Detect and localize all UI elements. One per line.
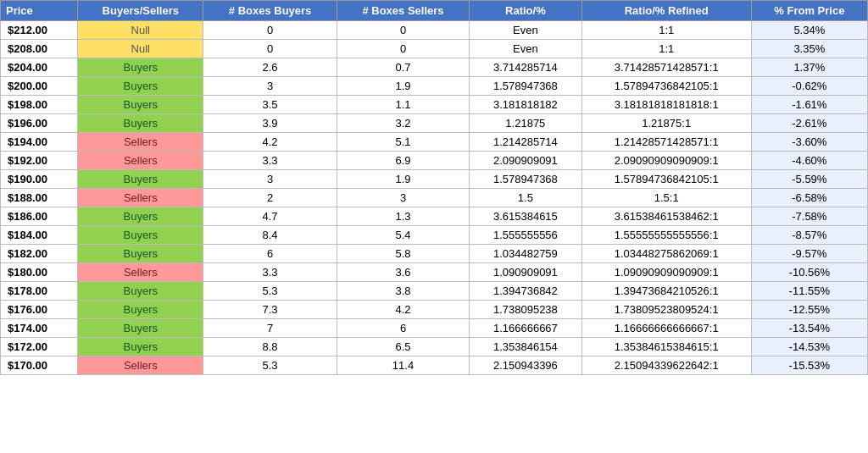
cell-buyers-sellers: Buyers [78,319,203,338]
cell-boxes-sellers: 1.3 [337,207,470,226]
cell-ratio-refined: 3.71428571428571:1 [581,58,751,77]
header-boxes-sellers: # Boxes Sellers [337,1,470,21]
cell-price: $208.00 [1,40,78,58]
table-row: $176.00Buyers7.34.21.7380952381.73809523… [1,301,868,319]
cell-boxes-sellers: 3.8 [337,282,470,301]
cell-ratio: 1.578947368 [469,77,581,96]
cell-price: $190.00 [1,170,78,189]
cell-buyers-sellers: Sellers [78,152,203,170]
cell-buyers-sellers: Buyers [78,301,203,319]
cell-ratio-refined: 1.21428571428571:1 [581,133,751,152]
cell-from-price: -6.58% [751,189,867,207]
table-row: $184.00Buyers8.45.41.5555555561.55555555… [1,226,868,245]
cell-ratio: 3.714285714 [469,58,581,77]
cell-boxes-buyers: 3.9 [203,114,337,133]
cell-from-price: -10.56% [751,263,867,282]
table-row: $174.00Buyers761.1666666671.166666666666… [1,319,868,338]
cell-from-price: -8.57% [751,226,867,245]
cell-from-price: -11.55% [751,282,867,301]
cell-boxes-sellers: 1.9 [337,77,470,96]
cell-price: $182.00 [1,245,78,263]
cell-boxes-buyers: 3 [203,77,337,96]
cell-buyers-sellers: Buyers [78,114,203,133]
cell-ratio-refined: 1:1 [581,21,751,40]
cell-ratio: 1.034482759 [469,245,581,263]
cell-ratio: 1.090909091 [469,263,581,282]
cell-boxes-buyers: 4.2 [203,133,337,152]
cell-price: $212.00 [1,21,78,40]
cell-boxes-buyers: 8.8 [203,338,337,356]
cell-buyers-sellers: Sellers [78,189,203,207]
cell-from-price: -15.53% [751,356,867,375]
cell-price: $194.00 [1,133,78,152]
cell-boxes-sellers: 11.4 [337,356,470,375]
cell-buyers-sellers: Buyers [78,245,203,263]
table-row: $200.00Buyers31.91.5789473681.5789473684… [1,77,868,96]
cell-ratio-refined: 1.57894736842105:1 [581,77,751,96]
table-row: $188.00Sellers231.51.5:1-6.58% [1,189,868,207]
cell-from-price: -4.60% [751,152,867,170]
cell-ratio: 1.21875 [469,114,581,133]
cell-buyers-sellers: Buyers [78,282,203,301]
cell-ratio-refined: 1.35384615384615:1 [581,338,751,356]
cell-ratio: 3.181818182 [469,96,581,114]
cell-boxes-sellers: 5.8 [337,245,470,263]
cell-ratio: Even [469,21,581,40]
cell-ratio-refined: 1.16666666666667:1 [581,319,751,338]
cell-boxes-buyers: 8.4 [203,226,337,245]
table-row: $212.00Null00Even1:15.34% [1,21,868,40]
table-body: $212.00Null00Even1:15.34%$208.00Null00Ev… [1,21,868,375]
cell-from-price: 5.34% [751,21,867,40]
cell-price: $174.00 [1,319,78,338]
cell-price: $192.00 [1,152,78,170]
cell-price: $184.00 [1,226,78,245]
cell-boxes-sellers: 1.1 [337,96,470,114]
cell-boxes-sellers: 1.9 [337,170,470,189]
cell-from-price: -14.53% [751,338,867,356]
cell-boxes-buyers: 3.5 [203,96,337,114]
cell-buyers-sellers: Sellers [78,263,203,282]
cell-ratio: 1.578947368 [469,170,581,189]
cell-boxes-sellers: 6 [337,319,470,338]
table-row: $170.00Sellers5.311.42.1509433962.150943… [1,356,868,375]
cell-boxes-sellers: 5.1 [337,133,470,152]
cell-ratio-refined: 1.57894736842105:1 [581,170,751,189]
cell-boxes-sellers: 6.9 [337,152,470,170]
cell-ratio: 3.615384615 [469,207,581,226]
cell-boxes-buyers: 2 [203,189,337,207]
cell-from-price: -9.57% [751,245,867,263]
table-row: $180.00Sellers3.33.61.0909090911.0909090… [1,263,868,282]
cell-ratio-refined: 1.39473684210526:1 [581,282,751,301]
cell-boxes-buyers: 0 [203,21,337,40]
cell-boxes-buyers: 7.3 [203,301,337,319]
cell-ratio: 1.394736842 [469,282,581,301]
header-ratio: Ratio/% [469,1,581,21]
cell-boxes-buyers: 3 [203,170,337,189]
cell-ratio-refined: 3.18181818181818:1 [581,96,751,114]
cell-boxes-sellers: 5.4 [337,226,470,245]
cell-ratio: 1.555555556 [469,226,581,245]
table-row: $204.00Buyers2.60.73.7142857143.71428571… [1,58,868,77]
cell-ratio-refined: 2.15094339622642:1 [581,356,751,375]
cell-ratio-refined: 3.61538461538462:1 [581,207,751,226]
cell-boxes-buyers: 3.3 [203,152,337,170]
main-table-container: Price Buyers/Sellers # Boxes Buyers # Bo… [0,0,868,375]
table-row: $208.00Null00Even1:13.35% [1,40,868,58]
cell-price: $188.00 [1,189,78,207]
cell-ratio-refined: 1.03448275862069:1 [581,245,751,263]
table-row: $182.00Buyers65.81.0344827591.0344827586… [1,245,868,263]
cell-boxes-sellers: 0 [337,40,470,58]
cell-boxes-sellers: 3 [337,189,470,207]
header-row: Price Buyers/Sellers # Boxes Buyers # Bo… [1,1,868,21]
cell-buyers-sellers: Buyers [78,226,203,245]
cell-ratio: 1.738095238 [469,301,581,319]
cell-boxes-sellers: 3.2 [337,114,470,133]
cell-ratio-refined: 1.73809523809524:1 [581,301,751,319]
table-row: $172.00Buyers8.86.51.3538461541.35384615… [1,338,868,356]
header-buyers-sellers: Buyers/Sellers [78,1,203,21]
cell-ratio-refined: 1.5:1 [581,189,751,207]
cell-boxes-buyers: 4.7 [203,207,337,226]
cell-buyers-sellers: Buyers [78,77,203,96]
cell-price: $170.00 [1,356,78,375]
cell-boxes-buyers: 7 [203,319,337,338]
